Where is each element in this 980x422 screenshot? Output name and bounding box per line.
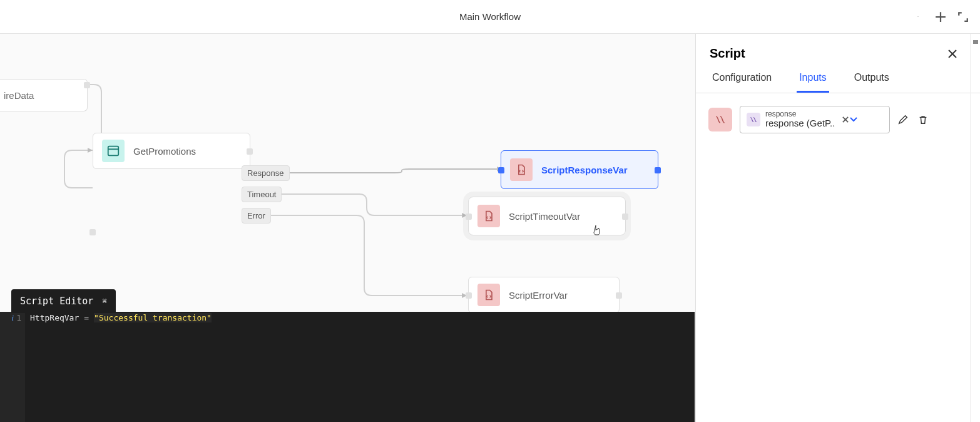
node-label: ScriptResponseVar: [541, 165, 628, 175]
port-in[interactable]: [466, 214, 472, 220]
info-icon: i: [12, 313, 14, 322]
port-out[interactable]: [84, 82, 90, 88]
inspector-panel: Script Configuration Inputs Outputs: [695, 34, 980, 422]
editor-tab-label: Script Editor: [20, 296, 93, 307]
port-in-branch[interactable]: [89, 229, 96, 235]
chip-clear-icon[interactable]: [842, 116, 849, 123]
input-chip[interactable]: response response (GetP..: [740, 106, 890, 133]
code-token-string: "Successful transaction": [94, 313, 212, 322]
script-icon: [477, 284, 500, 306]
code-token-var: HttpReqVar: [30, 313, 79, 322]
edit-button[interactable]: [897, 114, 909, 125]
port-out[interactable]: [616, 292, 622, 299]
node-label: ScriptErrorVar: [509, 290, 568, 301]
port-error[interactable]: Error: [242, 208, 271, 224]
editor-gutter: i1: [0, 312, 25, 422]
tab-inputs[interactable]: Inputs: [797, 72, 829, 93]
script-editor[interactable]: Script Editor ⌘ i1 HttpReqVar = "Success…: [0, 312, 695, 422]
node-label: GetPromotions: [133, 146, 196, 157]
workflow-canvas[interactable]: ireData GetPromotions Response Timeout E…: [0, 34, 695, 422]
svg-marker-1: [88, 148, 93, 153]
window-controls: [912, 11, 969, 23]
script-icon: [477, 205, 500, 227]
script-type-icon: [708, 108, 732, 131]
fullscreen-button[interactable]: [957, 11, 969, 23]
node-script-error-var[interactable]: ScriptErrorVar: [468, 277, 620, 313]
add-button[interactable]: [935, 11, 946, 23]
editor-code-line[interactable]: HttpReqVar = "Successful transaction": [25, 312, 695, 324]
svg-rect-5: [108, 147, 119, 156]
port-out[interactable]: [622, 214, 628, 220]
node-script-response-var[interactable]: ScriptResponseVar: [501, 150, 658, 189]
delete-button[interactable]: [917, 114, 929, 125]
minimize-button[interactable]: [912, 11, 924, 23]
node-label: ireData: [4, 90, 34, 101]
code-token-op: =: [84, 313, 89, 322]
input-row: response response (GetP..: [708, 106, 967, 133]
page-title: Main Workflow: [459, 11, 521, 22]
variable-icon: [747, 113, 760, 126]
close-button[interactable]: [947, 49, 957, 59]
chip-value: response (GetP..: [765, 118, 835, 129]
port-in[interactable]: [498, 167, 504, 173]
browser-icon: [102, 140, 125, 162]
panel-scrollbar[interactable]: [970, 34, 980, 422]
node-script-timeout-var[interactable]: ScriptTimeoutVar: [468, 197, 626, 235]
port-in[interactable]: [466, 292, 472, 299]
node-label: ScriptTimeoutVar: [509, 211, 580, 222]
panel-title: Script: [710, 46, 745, 61]
line-number: 1: [16, 313, 21, 322]
panel-tabs: Configuration Inputs Outputs: [696, 72, 980, 93]
tab-outputs[interactable]: Outputs: [852, 72, 892, 93]
port-response[interactable]: Response: [242, 165, 290, 181]
node-get-promotions[interactable]: GetPromotions: [93, 133, 250, 169]
port-out[interactable]: [655, 167, 661, 173]
tab-configuration[interactable]: Configuration: [710, 72, 774, 93]
script-icon: [510, 158, 533, 181]
chevron-down-icon[interactable]: [850, 117, 857, 122]
shortcut-icon: ⌘: [102, 297, 106, 306]
port-timeout[interactable]: Timeout: [242, 187, 282, 202]
script-editor-tab[interactable]: Script Editor ⌘: [11, 289, 116, 313]
node-iredata[interactable]: ireData: [0, 79, 88, 111]
port-response-dot[interactable]: [247, 148, 253, 155]
titlebar: Main Workflow: [0, 0, 980, 34]
